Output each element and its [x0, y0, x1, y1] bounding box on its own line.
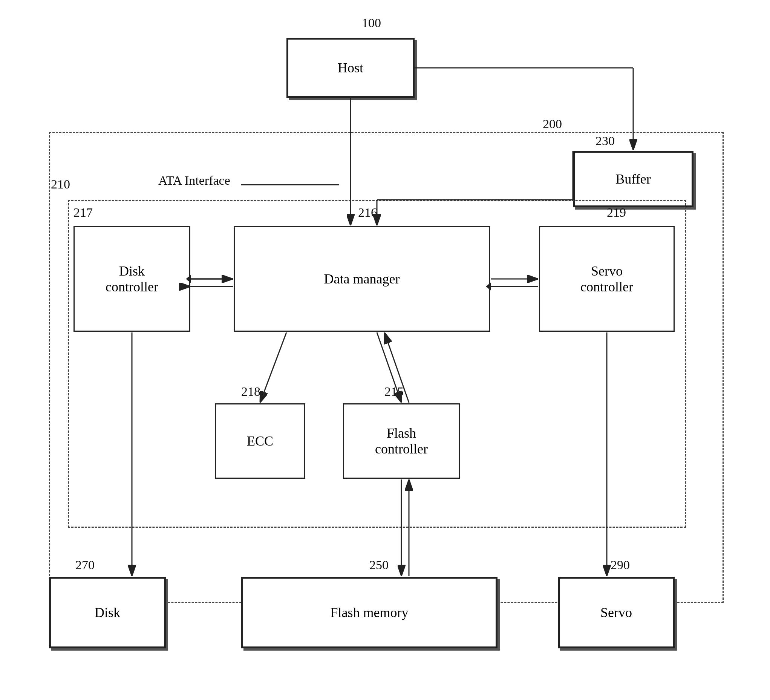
disk-controller-label: Disk controller: [105, 263, 158, 295]
disk-box: Disk: [49, 577, 166, 648]
servo-controller-label: Servo controller: [581, 263, 633, 295]
flash-controller-label: Flash controller: [375, 425, 428, 457]
diagram: 100 Host 200 230 Buffer ATA Interface 21…: [0, 0, 770, 700]
ref-217: 217: [73, 206, 93, 220]
data-manager-box: Data manager: [234, 226, 490, 332]
host-box: Host: [286, 38, 414, 98]
ref-210: 210: [51, 177, 70, 191]
flash-memory-label: Flash memory: [330, 604, 409, 621]
ata-interface-label: ATA Interface: [158, 173, 230, 188]
flash-memory-box: Flash memory: [241, 577, 498, 648]
ecc-label: ECC: [247, 433, 273, 449]
disk-label: Disk: [95, 604, 120, 621]
flash-controller-box: Flash controller: [343, 403, 460, 479]
ref-250: 250: [369, 558, 388, 572]
ref-200: 200: [543, 117, 562, 131]
host-label: Host: [338, 60, 363, 76]
ref-219: 219: [607, 206, 626, 220]
ref-100: 100: [362, 16, 381, 30]
ref-218: 218: [241, 384, 260, 399]
data-manager-label: Data manager: [324, 271, 400, 287]
servo-controller-box: Servo controller: [539, 226, 675, 332]
ref-290: 290: [611, 558, 630, 572]
ref-216: 216: [358, 206, 377, 220]
ref-215: 215: [385, 384, 404, 399]
ref-270: 270: [75, 558, 95, 572]
servo-box: Servo: [558, 577, 675, 648]
servo-label: Servo: [600, 604, 632, 621]
ecc-box: ECC: [215, 403, 305, 479]
disk-controller-box: Disk controller: [73, 226, 190, 332]
